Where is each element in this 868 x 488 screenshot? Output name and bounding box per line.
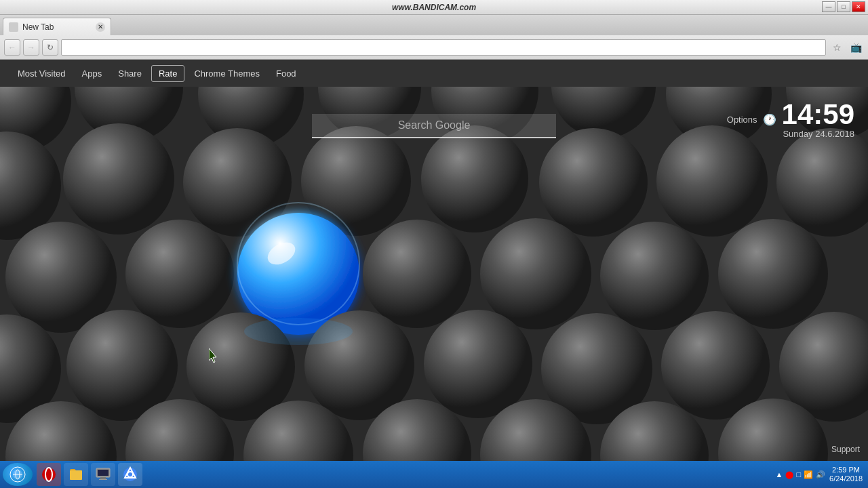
tab-bar: New Tab ✕ xyxy=(0,15,868,35)
tray-icon-1: ▲ xyxy=(776,470,783,479)
minimize-button[interactable]: — xyxy=(822,1,835,12)
cast-button[interactable]: 📺 xyxy=(848,39,864,56)
address-actions: ☆ 📺 xyxy=(829,39,864,56)
nav-chrome-themes[interactable]: Chrome Themes xyxy=(187,66,267,81)
tab-close-button[interactable]: ✕ xyxy=(96,22,105,32)
svg-point-47 xyxy=(42,468,56,481)
support-link[interactable]: Support xyxy=(831,445,860,454)
taskbar: ▲ ⬤ □ 📶 🔊 2:59 PM 6/24/2018 xyxy=(0,461,868,488)
options-link[interactable]: Options xyxy=(727,115,757,125)
nav-most-visited[interactable]: Most Visited xyxy=(11,66,73,81)
svg-point-15 xyxy=(656,125,768,237)
taskbar-opera-icon[interactable] xyxy=(37,463,61,486)
taskbar-files-icon[interactable] xyxy=(64,463,88,486)
new-tab-content: Options 🕐 14:59 Sunday 24.6.2018 Support xyxy=(0,87,868,488)
taskbar-time: 2:59 PM xyxy=(829,466,863,474)
taskbar-computer-icon[interactable] xyxy=(91,463,115,486)
clock-date: Sunday 24.6.2018 xyxy=(782,129,854,139)
background-scene xyxy=(0,87,868,488)
tray-icon-3: 📶 xyxy=(804,470,813,479)
svg-point-56 xyxy=(128,472,132,476)
forward-button[interactable]: → xyxy=(23,39,39,56)
system-tray: ▲ ⬤ □ 📶 🔊 xyxy=(776,470,826,479)
clock-time: 14:59 xyxy=(782,100,854,129)
tray-icon-4: 🔊 xyxy=(816,470,825,479)
svg-point-26 xyxy=(718,219,828,329)
search-input-wrap xyxy=(312,114,556,138)
taskbar-chrome-icon[interactable] xyxy=(118,463,142,486)
svg-point-18 xyxy=(125,220,234,328)
svg-point-25 xyxy=(600,222,709,330)
tab-favicon xyxy=(9,22,18,32)
title-bar: www.BANDICAM.com — □ ✕ xyxy=(0,0,868,15)
nav-share[interactable]: Share xyxy=(111,66,149,81)
svg-point-10 xyxy=(63,123,174,235)
svg-rect-53 xyxy=(99,479,107,480)
taskbar-date: 6/24/2018 xyxy=(829,474,863,483)
start-button[interactable] xyxy=(3,463,33,486)
taskbar-clock: 2:59 PM 6/24/2018 xyxy=(829,466,863,483)
active-tab[interactable]: New Tab ✕ xyxy=(3,18,111,35)
svg-point-42 xyxy=(244,318,353,345)
title-bar-url: www.BANDICAM.com xyxy=(392,3,476,12)
taskbar-right: ▲ ⬤ □ 📶 🔊 2:59 PM 6/24/2018 xyxy=(776,466,865,483)
nav-rate[interactable]: Rate xyxy=(151,65,184,82)
svg-rect-52 xyxy=(100,477,106,479)
svg-rect-51 xyxy=(98,470,108,476)
nav-food[interactable]: Food xyxy=(269,66,303,81)
svg-point-31 xyxy=(424,310,532,418)
clock-icon: 🕐 xyxy=(763,113,776,126)
svg-rect-49 xyxy=(70,470,82,480)
reload-button[interactable]: ↻ xyxy=(42,39,58,56)
maximize-button[interactable]: □ xyxy=(837,1,850,12)
search-input[interactable] xyxy=(312,114,556,138)
close-button[interactable]: ✕ xyxy=(852,1,865,12)
svg-point-14 xyxy=(539,128,648,237)
bookmark-button[interactable]: ☆ xyxy=(829,39,845,56)
address-bar: ← → ↻ ☆ 📺 xyxy=(0,35,868,60)
url-bar[interactable] xyxy=(61,39,826,56)
search-area xyxy=(312,114,556,138)
new-tab-nav-bar: Most Visited Apps Share Rate Chrome Them… xyxy=(0,60,868,87)
tray-icon-2: □ xyxy=(796,470,801,479)
svg-point-13 xyxy=(421,125,528,232)
clock-area: Options 🕐 14:59 Sunday 24.6.2018 xyxy=(727,100,854,139)
svg-point-24 xyxy=(480,218,591,329)
clock-display: 14:59 Sunday 24.6.2018 xyxy=(782,100,854,139)
tab-label: New Tab xyxy=(22,22,54,32)
back-button[interactable]: ← xyxy=(4,39,20,56)
nav-apps[interactable]: Apps xyxy=(75,66,109,81)
svg-point-22 xyxy=(363,220,471,328)
tray-record-icon: ⬤ xyxy=(785,470,793,479)
window-controls[interactable]: — □ ✕ xyxy=(822,1,865,12)
